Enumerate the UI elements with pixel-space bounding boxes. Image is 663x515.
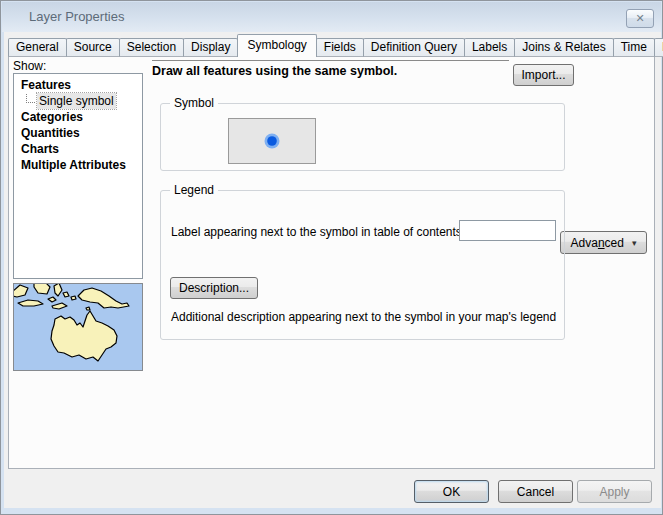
tab-labels[interactable]: Labels <box>464 38 515 57</box>
tree-item-quantities[interactable]: Quantities <box>14 125 142 141</box>
tab-symbology[interactable]: Symbology <box>237 34 316 57</box>
show-label: Show: <box>13 59 46 73</box>
tab-general[interactable]: General <box>8 38 67 57</box>
header-divider <box>152 60 509 61</box>
legend-group: Legend Label appearing next to the symbo… <box>160 190 565 340</box>
point-symbol-icon <box>229 119 315 163</box>
map-thumbnail <box>14 284 142 370</box>
advanced-label: Advanced <box>571 236 624 250</box>
tab-source[interactable]: Source <box>66 38 120 57</box>
renderer-tree: Features Single symbol Categories Quanti… <box>13 73 143 279</box>
tab-fields[interactable]: Fields <box>316 38 364 57</box>
tab-definition-query[interactable]: Definition Query <box>363 38 465 57</box>
tab-display[interactable]: Display <box>183 38 238 57</box>
description-button[interactable]: Description... <box>170 277 258 299</box>
tree-elbow-icon <box>26 94 35 103</box>
apply-button[interactable]: Apply <box>577 480 652 503</box>
titlebar[interactable]: Layer Properties ✕ <box>2 2 661 32</box>
ok-button[interactable]: OK <box>414 480 489 503</box>
legend-note: Additional description appearing next to… <box>171 310 556 324</box>
tab-html-popup[interactable]: HTML Popup <box>654 38 663 57</box>
legend-label-caption: Label appearing next to the symbol in ta… <box>171 225 465 239</box>
tree-item-charts[interactable]: Charts <box>14 141 142 157</box>
advanced-button[interactable]: Advanced ▾ <box>560 231 647 254</box>
window-title: Layer Properties <box>29 2 124 32</box>
legend-group-title: Legend <box>170 183 218 197</box>
chevron-down-icon: ▾ <box>632 238 637 248</box>
tree-item-single-symbol[interactable]: Single symbol <box>14 93 142 109</box>
tab-strip: General Source Selection Display Symbolo… <box>8 34 663 57</box>
symbol-group: Symbol Advanced ▾ <box>160 103 565 171</box>
tree-item-categories[interactable]: Categories <box>14 109 142 125</box>
import-button[interactable]: Import... <box>513 64 574 86</box>
cancel-button[interactable]: Cancel <box>498 480 573 503</box>
tab-time[interactable]: Time <box>613 38 655 57</box>
tab-selection[interactable]: Selection <box>119 38 184 57</box>
tree-item-multiple-attributes[interactable]: Multiple Attributes <box>14 157 142 173</box>
renderer-description: Draw all features using the same symbol. <box>152 64 397 78</box>
symbol-preview-button[interactable] <box>228 118 316 164</box>
legend-label-input[interactable] <box>459 220 556 241</box>
symbol-group-title: Symbol <box>170 96 218 110</box>
layer-preview-map <box>13 283 143 371</box>
tab-joins-relates[interactable]: Joins & Relates <box>514 38 613 57</box>
tree-item-features[interactable]: Features <box>14 77 142 93</box>
close-icon[interactable]: ✕ <box>626 9 654 28</box>
